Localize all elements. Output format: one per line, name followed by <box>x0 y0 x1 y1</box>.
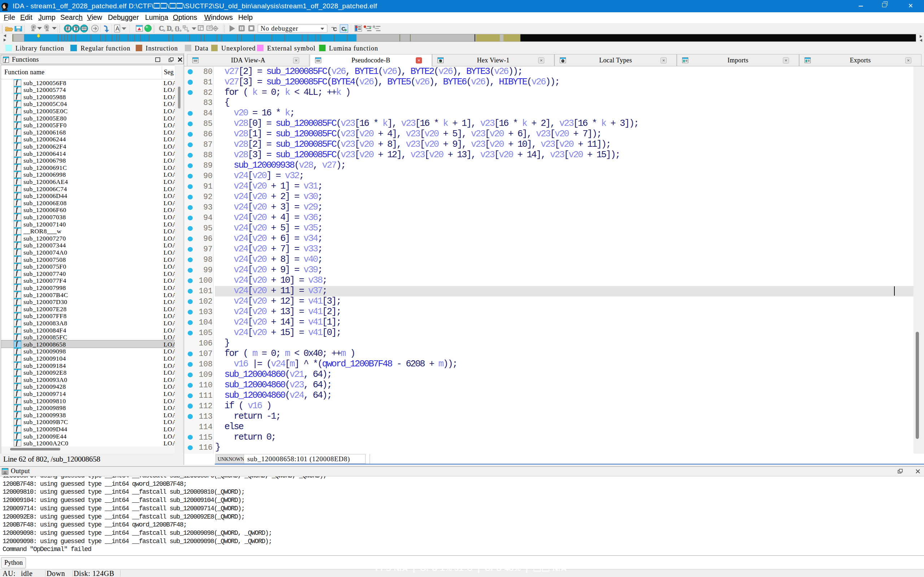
svg-text:A: A <box>115 26 120 32</box>
svg-text:C: C <box>333 26 337 32</box>
svg-text:C: C <box>159 24 164 32</box>
svg-text:C: C <box>341 26 346 32</box>
svg-text:D: D <box>167 24 172 32</box>
svg-text:#: # <box>66 26 69 31</box>
svg-text:{}: {} <box>175 25 180 32</box>
svg-text:T: T <box>75 26 78 31</box>
